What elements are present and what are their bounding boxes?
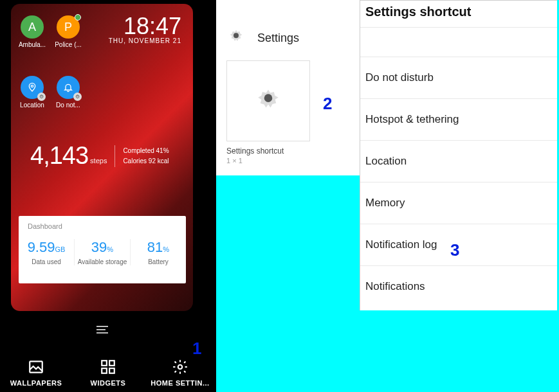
- dash-unit: %: [163, 245, 169, 253]
- lines-icon: [96, 325, 108, 334]
- home-editor-panel: A Ambula... P Police (... 18:47 THU, NOV…: [0, 0, 216, 392]
- steps-completed: Completed 41%: [123, 146, 169, 156]
- widget-preview-tile[interactable]: [226, 60, 310, 141]
- svg-point-11: [264, 94, 273, 102]
- annotation-marker-1: 1: [192, 339, 201, 359]
- list-item-label: Hotspot & tethering: [365, 113, 459, 125]
- annotation-marker-3: 3: [450, 240, 459, 260]
- list-item-location[interactable]: Location: [360, 141, 557, 183]
- shortcut-label: Location: [20, 102, 44, 109]
- dash-value: 9.59: [28, 239, 55, 255]
- list-item-dnd[interactable]: Do not disturb: [360, 57, 557, 99]
- gear-icon: [255, 87, 282, 114]
- annotation-marker-2: 2: [323, 94, 332, 114]
- shortcut-row: ⚙ Location ⚙ Do not...: [16, 76, 84, 109]
- list-item-memory[interactable]: Memory: [360, 183, 557, 224]
- location-icon: [27, 82, 37, 93]
- svg-rect-8: [109, 368, 115, 373]
- list-item-label: Do not disturb: [365, 71, 434, 84]
- list-item-label: Notification log: [365, 238, 437, 251]
- dashboard-title: Dashboard: [19, 222, 186, 235]
- clock-widget[interactable]: 18:47 THU, NOVEMBER 21: [109, 13, 181, 44]
- contact-ambulance[interactable]: A Ambula...: [16, 15, 48, 48]
- dash-label: Battery: [131, 258, 186, 265]
- list-item-label: Memory: [365, 197, 405, 209]
- nav-label: WALLPAPERS: [10, 379, 62, 387]
- widget-caption: Settings shortcut: [226, 147, 360, 156]
- steps-stats: Completed 41% Calories 92 kcal: [123, 146, 169, 166]
- gear-overlay-icon: ⚙: [73, 93, 82, 101]
- settings-shortcut-panel: Settings shortcut Do not disturb Hotspot…: [360, 0, 557, 310]
- nav-home-settings[interactable]: HOME SETTIN...: [145, 359, 215, 387]
- list-item-partial[interactable]: [360, 28, 557, 57]
- editor-bottom-nav: WALLPAPERS WIDGETS 1 HOME SETTIN...: [0, 359, 216, 387]
- dash-unit: GB: [55, 245, 65, 253]
- widget-group-title: Settings: [257, 31, 299, 45]
- nav-label: WIDGETS: [91, 379, 126, 387]
- contact-initial: A: [28, 21, 36, 34]
- svg-point-0: [31, 85, 33, 87]
- blank-overlay: [486, 192, 547, 220]
- widget-group-header[interactable]: Settings: [216, 0, 360, 57]
- gear-overlay-icon: ⚙: [37, 93, 46, 101]
- dashboard-row: 9.59GB Data used 39% Available storage 8…: [19, 235, 186, 265]
- drag-handle-icon[interactable]: [96, 325, 108, 334]
- gear-icon: [226, 28, 246, 48]
- svg-rect-7: [102, 368, 107, 373]
- settings-panel-title: Settings shortcut: [360, 1, 557, 28]
- bell-icon: [63, 82, 73, 93]
- list-item-label: Location: [365, 155, 407, 167]
- steps-calories: Calories 92 kcal: [123, 156, 169, 166]
- svg-point-9: [178, 365, 183, 370]
- clock-time: 18:47: [109, 13, 181, 40]
- dash-unit: %: [107, 245, 113, 253]
- nav-label: HOME SETTIN...: [151, 379, 209, 387]
- contact-row: A Ambula... P Police (...: [16, 15, 84, 48]
- contact-avatar: A: [21, 15, 44, 39]
- dash-data-used: 9.59GB Data used: [19, 239, 75, 265]
- dash-value: 81: [147, 239, 163, 255]
- list-item-hotspot[interactable]: Hotspot & tethering: [360, 99, 557, 141]
- steps-unit: steps: [90, 157, 107, 165]
- widget-size: 1 × 1: [226, 157, 360, 165]
- grid-icon: [100, 359, 116, 375]
- dashboard-card[interactable]: Dashboard 9.59GB Data used 39% Available…: [19, 216, 186, 283]
- widget-picker-panel: Settings Settings shortcut 1 × 1: [216, 0, 360, 175]
- shortcut-dnd[interactable]: ⚙ Do not...: [52, 76, 84, 109]
- svg-rect-6: [109, 361, 115, 366]
- shortcut-location[interactable]: ⚙ Location: [16, 76, 48, 109]
- image-icon: [28, 359, 44, 375]
- shortcut-label: Do not...: [56, 102, 80, 109]
- contact-police[interactable]: P Police (...: [52, 15, 84, 48]
- nav-wallpapers[interactable]: WALLPAPERS: [1, 359, 71, 387]
- home-screen-preview: A Ambula... P Police (... 18:47 THU, NOV…: [11, 4, 193, 311]
- contact-initial: P: [64, 21, 72, 34]
- svg-point-10: [234, 33, 239, 38]
- dash-storage: 39% Available storage: [75, 239, 131, 265]
- dash-label: Data used: [19, 258, 74, 265]
- steps-widget[interactable]: 4,143 steps Completed 41% Calories 92 kc…: [30, 142, 169, 170]
- shortcut-circle: ⚙: [21, 76, 44, 99]
- divider: [115, 145, 115, 167]
- shortcut-circle: ⚙: [57, 76, 80, 99]
- list-item-label: Notifications: [365, 280, 425, 292]
- steps-count: 4,143: [30, 142, 88, 170]
- contact-label: Police (...: [55, 41, 82, 48]
- contact-label: Ambula...: [19, 41, 46, 48]
- clock-date: THU, NOVEMBER 21: [109, 37, 181, 44]
- svg-rect-5: [102, 361, 107, 366]
- presence-dot-icon: [75, 14, 81, 21]
- dash-value: 39: [91, 239, 107, 255]
- nav-widgets[interactable]: WIDGETS 1: [73, 359, 143, 387]
- dash-battery: 81% Battery: [131, 239, 186, 265]
- list-item-notifications[interactable]: Notifications: [360, 266, 557, 307]
- dash-label: Available storage: [75, 258, 130, 265]
- contact-avatar: P: [57, 15, 80, 39]
- gear-icon: [172, 359, 188, 375]
